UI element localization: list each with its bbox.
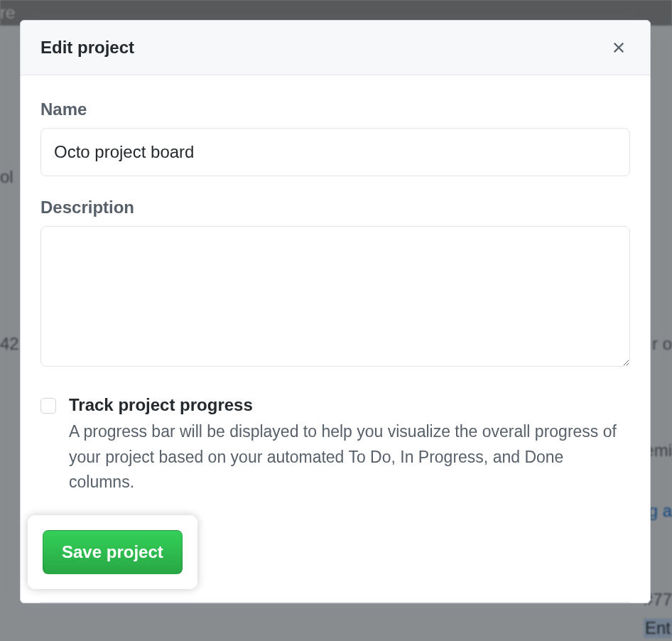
track-progress-label: Track project progress [69,395,630,415]
modal-header: Edit project [21,21,650,75]
track-progress-description: A progress bar will be displayed to help… [69,422,617,491]
track-progress-checkbox[interactable] [40,398,56,414]
edit-project-modal: Edit project Name Description Track proj… [20,20,651,603]
save-button-highlight: Save project [28,515,197,589]
description-field-group: Description [40,198,630,370]
description-label: Description [40,198,630,217]
name-input[interactable] [40,128,630,176]
save-project-button[interactable]: Save project [43,530,183,574]
name-label: Name [40,99,630,119]
track-progress-text: Track project progress A progress bar wi… [69,395,630,495]
track-progress-group: Track project progress A progress bar wi… [40,395,630,495]
divider [40,602,630,603]
close-icon [610,39,627,56]
description-textarea[interactable] [40,226,630,367]
modal-body: Name Description Track project progress … [21,75,650,603]
name-field-group: Name [40,99,630,176]
close-button[interactable] [607,36,630,59]
modal-title: Edit project [40,38,134,58]
